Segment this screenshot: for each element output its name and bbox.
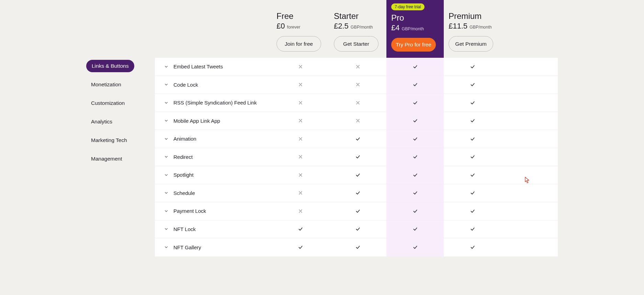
- plan-name: Premium: [449, 11, 496, 21]
- plan-name: Starter: [334, 11, 382, 21]
- check-icon: [413, 190, 418, 196]
- feature-cell: [386, 130, 444, 148]
- chevron-down-icon: [164, 136, 169, 141]
- feature-cell: [444, 166, 501, 184]
- check-icon: [413, 244, 418, 250]
- plan-unit: GBP/month: [402, 26, 424, 31]
- cross-icon: [355, 118, 361, 123]
- check-icon: [470, 100, 475, 106]
- chevron-down-icon: [164, 227, 169, 231]
- check-icon: [355, 190, 361, 196]
- feature-cell: [444, 184, 501, 202]
- check-icon: [470, 118, 475, 123]
- check-icon: [470, 244, 475, 250]
- check-icon: [470, 82, 475, 87]
- check-icon: [355, 226, 361, 232]
- feature-cell: [386, 112, 444, 130]
- check-icon: [413, 64, 418, 69]
- plan-price-row: £0forever: [276, 22, 324, 31]
- feature-label-cell[interactable]: Mobile App Link App: [155, 112, 272, 130]
- sidebar-item-links-buttons[interactable]: Links & Buttons: [86, 60, 134, 72]
- feature-label-cell[interactable]: Payment Lock: [155, 202, 272, 220]
- feature-cell: [444, 148, 501, 166]
- feature-label: Redirect: [173, 154, 193, 160]
- sidebar-item-customization[interactable]: Customization: [86, 97, 130, 109]
- feature-cell: [386, 202, 444, 220]
- feature-cell: [329, 76, 386, 94]
- plan-cta-premium[interactable]: Get Premium: [449, 36, 493, 52]
- feature-cell: [272, 238, 329, 256]
- sidebar-item-monetization[interactable]: Monetization: [86, 78, 127, 91]
- check-icon: [413, 82, 418, 87]
- feature-row: NFT Lock: [155, 220, 558, 239]
- plan-cta-free[interactable]: Join for free: [276, 36, 321, 52]
- chevron-down-icon: [164, 190, 169, 195]
- feature-cell: [329, 220, 386, 238]
- chevron-down-icon: [164, 209, 169, 214]
- check-icon: [413, 208, 418, 214]
- feature-cell: [272, 148, 329, 166]
- feature-label: NFT Gallery: [173, 244, 201, 250]
- sidebar-item-marketing-tech[interactable]: Marketing Tech: [86, 134, 133, 146]
- feature-comparison-table: Embed Latest TweetsCode LockRSS (Simple …: [155, 58, 558, 256]
- check-icon: [298, 226, 303, 232]
- feature-label-cell[interactable]: NFT Lock: [155, 220, 272, 238]
- feature-label-cell[interactable]: RSS (Simple Syndication) Feed Link: [155, 94, 272, 112]
- feature-label-cell[interactable]: NFT Gallery: [155, 238, 272, 256]
- plan-unit: GBP/month: [351, 25, 373, 30]
- plan-column-premium: Premium£11.5GBP/monthGet Premium: [444, 0, 501, 58]
- feature-label: Payment Lock: [173, 208, 206, 214]
- check-icon: [413, 154, 418, 160]
- feature-cell: [329, 148, 386, 166]
- feature-cell: [329, 166, 386, 184]
- feature-cell: [386, 184, 444, 202]
- feature-cell: [272, 202, 329, 220]
- feature-cell: [329, 238, 386, 256]
- feature-cell: [272, 58, 329, 76]
- feature-cell: [444, 130, 501, 148]
- feature-label-cell[interactable]: Schedule: [155, 184, 272, 202]
- chevron-down-icon: [164, 173, 169, 177]
- feature-cell: [444, 238, 501, 256]
- feature-label: Animation: [173, 136, 196, 142]
- check-icon: [355, 154, 361, 160]
- feature-cell: [272, 112, 329, 130]
- feature-row: Embed Latest Tweets: [155, 58, 558, 76]
- check-icon: [355, 172, 361, 178]
- plan-column-pro: 7-day free trialPro£4GBP/monthTry Pro fo…: [386, 0, 444, 58]
- chevron-down-icon: [164, 154, 169, 159]
- feature-row: Code Lock: [155, 76, 558, 94]
- feature-label-cell[interactable]: Embed Latest Tweets: [155, 58, 272, 76]
- feature-cell: [329, 184, 386, 202]
- plan-price-row: £4GBP/month: [391, 23, 439, 32]
- feature-row: RSS (Simple Syndication) Feed Link: [155, 94, 558, 112]
- feature-label: Spotlight: [173, 172, 193, 178]
- feature-label-cell[interactable]: Redirect: [155, 148, 272, 166]
- plan-cta-pro[interactable]: Try Pro for free: [391, 38, 436, 52]
- plan-cta-starter[interactable]: Get Starter: [334, 36, 379, 52]
- header-spacer: [86, 0, 272, 58]
- feature-label: Mobile App Link App: [173, 118, 220, 124]
- feature-cell: [272, 130, 329, 148]
- sidebar-item-analytics[interactable]: Analytics: [86, 116, 118, 128]
- feature-cell: [386, 166, 444, 184]
- check-icon: [470, 172, 475, 178]
- feature-label-cell[interactable]: Animation: [155, 130, 272, 148]
- sidebar-item-management[interactable]: Management: [86, 153, 127, 165]
- chevron-down-icon: [164, 118, 169, 123]
- feature-label: Code Lock: [173, 82, 198, 88]
- check-icon: [470, 208, 475, 214]
- feature-label-cell[interactable]: Code Lock: [155, 76, 272, 94]
- feature-cell: [272, 220, 329, 238]
- feature-label-cell[interactable]: Spotlight: [155, 166, 272, 184]
- feature-cell: [386, 76, 444, 94]
- check-icon: [470, 190, 475, 196]
- feature-cell: [444, 112, 501, 130]
- feature-cell: [329, 94, 386, 112]
- check-icon: [413, 136, 418, 142]
- cross-icon: [298, 82, 303, 87]
- feature-label: Schedule: [173, 190, 195, 196]
- check-icon: [355, 244, 361, 250]
- feature-row: Mobile App Link App: [155, 112, 558, 130]
- check-icon: [470, 64, 475, 69]
